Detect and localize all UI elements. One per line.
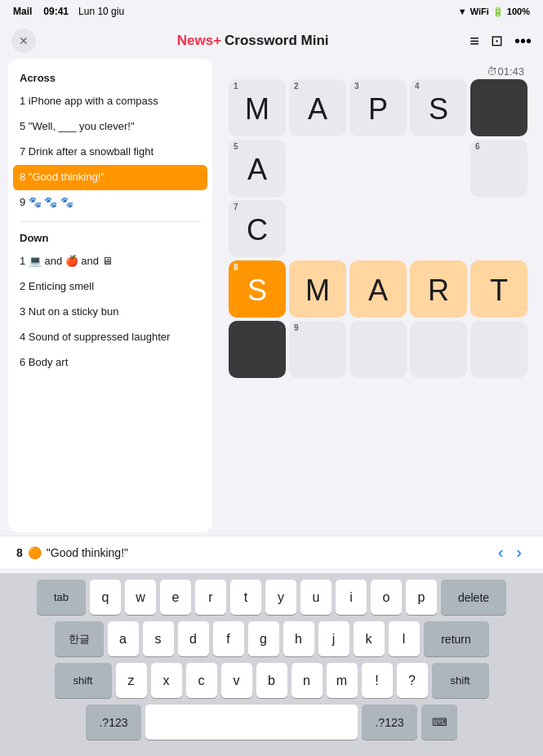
clue-down-4[interactable]: 4 Sound of suppressed laughter <box>8 325 212 350</box>
cell-1-0[interactable]: 5A <box>229 140 286 197</box>
key-l[interactable]: l <box>389 621 420 656</box>
cell-2-3[interactable] <box>410 200 467 257</box>
keyboard-row-2: 한글 a s d f g h j k l return <box>0 621 543 656</box>
more-icon[interactable]: ••• <box>514 32 532 51</box>
cell-0-1[interactable]: 2A <box>289 79 346 136</box>
clue-down-2[interactable]: 2 Enticing smell <box>8 274 212 300</box>
key-t[interactable]: t <box>230 580 261 615</box>
cell-0-4[interactable] <box>470 79 527 136</box>
cell-letter-0-3: S <box>429 92 448 127</box>
key-s[interactable]: s <box>143 621 174 656</box>
cell-1-2[interactable] <box>349 140 407 197</box>
numbers-key-left[interactable]: .?123 <box>86 705 141 740</box>
return-key[interactable]: return <box>424 621 489 656</box>
timer-display: 01:43 <box>497 65 524 78</box>
clue-across-9[interactable]: 9 🐾 🐾 🐾 <box>8 190 212 216</box>
status-right: ▼ WiFi 🔋 100% <box>458 7 530 17</box>
cell-number-4-1: 9 <box>294 324 299 332</box>
cell-0-3[interactable]: 4S <box>410 79 467 136</box>
cell-3-1[interactable]: M <box>289 260 346 318</box>
cell-4-3[interactable] <box>410 321 467 378</box>
key-d[interactable]: d <box>178 621 209 656</box>
date-label: Lun 10 giu <box>78 6 124 17</box>
clue-down-6[interactable]: 6 Body art <box>8 350 212 376</box>
key-g[interactable]: g <box>248 621 279 656</box>
keyboard-icon-key[interactable]: ⌨ <box>421 705 457 740</box>
cell-3-2[interactable]: A <box>349 260 407 318</box>
cell-2-4[interactable] <box>470 200 527 257</box>
cell-4-4[interactable] <box>470 321 527 378</box>
cell-2-2[interactable] <box>349 200 407 257</box>
share-icon[interactable]: ⊡ <box>491 32 503 50</box>
key-b[interactable]: b <box>256 663 287 698</box>
key-z[interactable]: z <box>116 663 147 698</box>
key-u[interactable]: u <box>300 580 332 615</box>
tab-key[interactable]: tab <box>37 580 86 615</box>
cell-number-1-4: 6 <box>475 143 480 151</box>
key-q[interactable]: q <box>90 580 121 615</box>
nav-title-text: Crossword Mini <box>225 33 329 49</box>
key-question[interactable]: ? <box>397 663 428 698</box>
cell-number-0-1: 2 <box>294 82 299 91</box>
keyboard: tab q w e r t y u i o p delete 한글 a s d … <box>0 573 543 756</box>
hint-nav: ‹ › <box>493 543 527 562</box>
key-r[interactable]: r <box>195 580 226 615</box>
close-button[interactable]: ✕ <box>11 29 36 53</box>
shift-key-right[interactable]: shift <box>432 663 489 698</box>
key-f[interactable]: f <box>213 621 244 656</box>
shift-key-left[interactable]: shift <box>55 663 112 698</box>
key-m[interactable]: m <box>327 663 358 698</box>
cell-2-1[interactable] <box>289 200 346 257</box>
key-h[interactable]: h <box>283 621 314 656</box>
numbers-key-right[interactable]: .?123 <box>362 705 417 740</box>
clue-across-8[interactable]: 8 "Good thinking!" <box>13 165 207 190</box>
cell-4-0[interactable] <box>229 321 286 378</box>
cell-0-2[interactable]: 3P <box>349 79 407 136</box>
key-w[interactable]: w <box>125 580 156 615</box>
key-exclaim[interactable]: ! <box>362 663 393 698</box>
next-clue-button[interactable]: › <box>511 543 527 562</box>
key-p[interactable]: p <box>406 580 437 615</box>
clue-across-1[interactable]: 1 iPhone app with a compass <box>8 89 212 114</box>
clue-down-1[interactable]: 1 💻 and 🍎 and 🖥 <box>8 249 212 274</box>
key-c[interactable]: c <box>186 663 217 698</box>
key-v[interactable]: v <box>221 663 252 698</box>
key-x[interactable]: x <box>151 663 182 698</box>
key-e[interactable]: e <box>160 580 191 615</box>
key-n[interactable]: n <box>292 663 323 698</box>
key-y[interactable]: y <box>265 580 296 615</box>
time-label: 09:41 <box>43 6 69 17</box>
cell-4-2[interactable] <box>349 321 407 378</box>
clock-icon: ⏱ <box>487 65 497 78</box>
clue-across-7[interactable]: 7 Drink after a snowball fight <box>8 140 212 165</box>
cell-2-0[interactable]: 7C <box>229 200 286 257</box>
hangul-key[interactable]: 한글 <box>55 621 104 656</box>
cell-letter-0-0: M <box>245 92 269 127</box>
list-icon[interactable]: ≡ <box>470 32 479 51</box>
key-k[interactable]: k <box>354 621 385 656</box>
cell-0-0[interactable]: 1M <box>229 79 286 136</box>
key-i[interactable]: i <box>336 580 367 615</box>
space-bar[interactable] <box>145 705 358 740</box>
cell-3-4[interactable]: T <box>470 260 527 318</box>
key-o[interactable]: o <box>371 580 402 615</box>
cell-1-1[interactable] <box>289 140 346 197</box>
cell-1-3[interactable] <box>410 140 467 197</box>
prev-clue-button[interactable]: ‹ <box>493 543 509 562</box>
clue-down-3[interactable]: 3 Nut on a sticky bun <box>8 300 212 325</box>
cell-letter-3-2: A <box>368 273 388 308</box>
cell-1-4[interactable]: 6 <box>470 140 527 197</box>
clue-across-5[interactable]: 5 "Well, ___ you clever!" <box>8 114 212 140</box>
cell-letter-3-0: S <box>247 273 267 308</box>
clue-hint-text: 8 🟠 "Good thinking!" <box>16 546 128 559</box>
key-j[interactable]: j <box>318 621 349 656</box>
clue-hint-emoji: 🟠 <box>28 546 42 559</box>
key-a[interactable]: a <box>108 621 139 656</box>
cell-4-1[interactable]: 9 <box>289 321 346 378</box>
cell-letter-1-0: A <box>247 153 267 187</box>
delete-key[interactable]: delete <box>441 580 506 615</box>
nav-bar: ✕ News+ Crossword Mini ≡ ⊡ ••• <box>0 23 543 59</box>
cell-3-0[interactable]: 8S <box>229 260 286 318</box>
timer-bar: ⏱ 01:43 <box>220 62 536 79</box>
cell-3-3[interactable]: R <box>410 260 467 318</box>
